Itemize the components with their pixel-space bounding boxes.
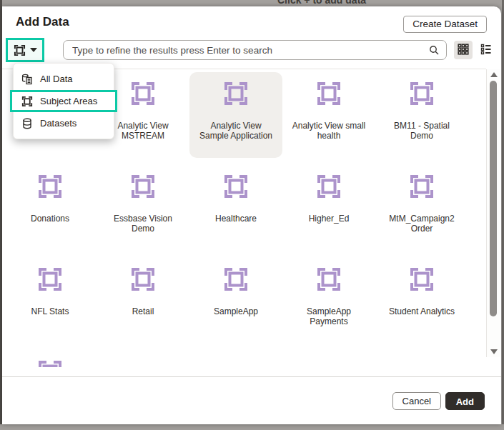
all-data-icon [21, 74, 33, 85]
tile-label: Analytic View Sample Application [198, 121, 274, 141]
create-dataset-button[interactable]: Create Dataset [403, 16, 487, 33]
subject-area-tile[interactable]: SampleApp [189, 258, 282, 344]
subject-area-icon [37, 359, 63, 367]
search-input[interactable] [64, 41, 428, 59]
add-button[interactable]: Add [445, 392, 485, 410]
tile-label: Higher_Ed [309, 214, 350, 224]
subject-area-tile[interactable]: NFL Stats [4, 258, 97, 344]
subject-area-tile[interactable]: BM11 - Spatial Demo [375, 72, 468, 158]
cancel-button[interactable]: Cancel [392, 392, 441, 410]
subject-areas-icon [14, 44, 26, 56]
menu-item-label: Subject Areas [40, 96, 97, 106]
search-icon[interactable] [428, 44, 440, 56]
subject-area-tile[interactable]: Higher_Ed [282, 165, 375, 251]
subject-area-tile[interactable]: Analytic View Sample Application [189, 72, 282, 158]
datasets-icon [21, 118, 33, 129]
menu-item-label: Datasets [40, 118, 76, 129]
search-box [63, 40, 447, 60]
data-type-filter-dropdown-button[interactable] [14, 44, 37, 56]
tile-label: Analytic View MSTREAM [105, 121, 181, 141]
tile-label: MtM_Campaign2 Order [384, 214, 460, 234]
tile-label: BM11 - Spatial Demo [384, 121, 460, 141]
tile-label: Donations [31, 214, 69, 224]
subject-area-tile[interactable]: MtM_Campaign2 Order [375, 165, 468, 251]
tile-label: Essbase Vision Demo [105, 214, 181, 234]
subject-area-tile[interactable]: Analytic View small health [282, 72, 375, 158]
grid-view-icon [458, 44, 469, 57]
chevron-down-icon [30, 48, 37, 52]
tile-label: Student Analytics [389, 306, 455, 316]
subject-area-icon [409, 266, 435, 292]
subject-area-tile[interactable]: Retail [97, 258, 189, 344]
menu-item-subject-areas[interactable]: Subject Areas [10, 90, 117, 112]
subject-area-tile[interactable]: SampleApp Payments [282, 258, 375, 344]
subject-area-icon [316, 174, 342, 199]
subject-area-icon [130, 174, 156, 199]
subject-area-icon [409, 174, 435, 199]
subject-areas-icon [21, 96, 33, 107]
list-view-toggle[interactable] [477, 41, 495, 59]
scrollbar-thumb[interactable] [490, 81, 497, 316]
vertical-scrollbar[interactable] [486, 69, 500, 357]
subject-area-tile[interactable]: Healthcare [189, 165, 282, 251]
window-edge-bottom [0, 424, 504, 430]
subject-area-icon [130, 81, 156, 106]
subject-area-icon [409, 81, 435, 106]
menu-item-all-data[interactable]: All Data [14, 68, 114, 90]
list-view-icon [480, 44, 492, 57]
footer-divider [2, 376, 501, 377]
subject-area-icon [130, 266, 156, 292]
subject-area-icon [316, 266, 342, 292]
filter-button-highlight-annotation [6, 38, 44, 62]
menu-item-label: All Data [40, 74, 73, 84]
tile-label: SampleApp Payments [291, 306, 367, 326]
dialog-title: Add Data [16, 15, 69, 29]
grid-view-toggle[interactable] [454, 41, 473, 59]
tile-label: Analytic View small health [291, 121, 367, 141]
scroll-down-arrow[interactable] [490, 349, 498, 354]
scroll-up-arrow[interactable] [490, 72, 498, 77]
tile-label: Healthcare [215, 214, 257, 224]
subject-area-tile[interactable]: Essbase Vision Demo [97, 165, 189, 251]
tile-label: SampleApp [214, 306, 258, 316]
subject-area-tile[interactable]: Donations [4, 165, 97, 251]
add-data-dialog: Add Data Create Dataset Allegheny PA Dog… [2, 6, 501, 424]
subject-area-tile[interactable]: Student Analytics [375, 258, 468, 344]
background-partial-text: Click + to add data [277, 0, 442, 6]
subject-area-tile[interactable] [4, 351, 97, 367]
tile-label: Retail [132, 306, 154, 316]
subject-area-icon [223, 81, 249, 106]
filter-menu: All DataSubject AreasDatasets [13, 63, 114, 139]
subject-area-icon [223, 266, 249, 292]
menu-item-datasets[interactable]: Datasets [14, 112, 114, 134]
tile-label: NFL Stats [31, 306, 69, 316]
subject-area-icon [37, 174, 63, 199]
subject-area-icon [316, 81, 342, 106]
subject-area-icon [37, 266, 63, 292]
subject-area-icon [223, 174, 249, 199]
